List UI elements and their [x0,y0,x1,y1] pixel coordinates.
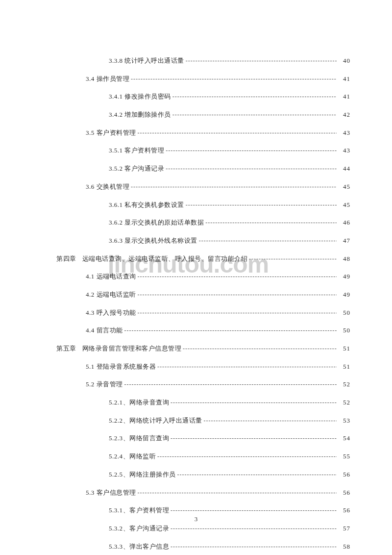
toc-page-number: 51 [337,362,350,371]
toc-page-number: 48 [337,254,350,263]
toc-label: 3.6 交换机管理 [86,182,129,191]
toc-entry: 5.2.2、网络统计呼入呼出通话量-----------------------… [56,416,350,425]
toc-page-number: 41 [337,75,350,83]
toc-page-number: 49 [337,272,350,281]
toc-leader: ----------------------------------------… [164,165,337,173]
toc-page-number: 56 [337,506,350,515]
toc-entry: 5.2.3、网络留言查询----------------------------… [56,434,350,443]
toc-leader: ----------------------------------------… [136,309,337,317]
toc-page-number: 57 [337,524,350,533]
toc-entry: 5.2 录音管理--------------------------------… [56,380,350,389]
toc-page-number: 44 [337,164,350,173]
toc-page-number: 51 [337,344,350,353]
toc-leader: ----------------------------------------… [123,380,337,389]
toc-entry: 5.1 登陆录音系统服务器---------------------------… [56,362,350,371]
toc-leader: ----------------------------------------… [136,489,337,497]
toc-page-number: 47 [337,236,350,245]
page-number: 3 [0,515,392,523]
toc-entry: 3.6.1 私有交换机参数设置-------------------------… [56,201,350,209]
toc-leader: ----------------------------------------… [164,147,337,155]
toc-page-number: 45 [337,182,350,191]
toc-label: 5.3.1、客户资料管理 [109,506,169,515]
toc-leader: ----------------------------------------… [129,183,337,191]
toc-leader: ----------------------------------------… [247,255,337,263]
toc-entry: 3.6.2 显示交换机的原始话单数据----------------------… [56,218,350,227]
toc-label: 3.5.2 客户沟通记录 [109,164,164,173]
toc-label: 4.3 呼入报号功能 [86,308,136,317]
toc-page-number: 45 [337,201,350,209]
toc-entry: 5.3.3、弹出客户信息----------------------------… [56,542,350,551]
toc-label: 4.2 远端电话监听 [86,290,136,299]
toc-entry: 5.3 客户信息管理------------------------------… [56,488,350,497]
toc-entry: 3.5.1 客户资料管理----------------------------… [56,146,350,155]
toc-page-number: 52 [337,380,350,389]
toc-leader: ----------------------------------------… [156,453,337,461]
toc-page: 3.3.8 统计呼入呼出通话量-------------------------… [0,0,392,551]
toc-label: 4.1 远端电话查询 [86,272,136,281]
toc-leader: ----------------------------------------… [184,57,337,65]
toc-label: 5.1 登陆录音系统服务器 [86,362,156,371]
toc-label: 3.6.3 显示交换机外线名称设置 [109,236,197,245]
toc-page-number: 53 [337,416,350,425]
toc-entry: 3.6 交换机管理-------------------------------… [56,182,350,191]
toc-leader: ----------------------------------------… [176,471,337,479]
toc-label: 5.2.2、网络统计呼入呼出通话量 [109,416,202,425]
toc-entry: 3.3.8 统计呼入呼出通话量-------------------------… [56,56,350,65]
toc-entry: 4.4 留言功能--------------------------------… [56,326,350,335]
toc-entry: 3.6.3 显示交换机外线名称设置-----------------------… [56,236,350,245]
toc-entry: 3.4 操作员管理-------------------------------… [56,75,350,83]
toc-leader: ----------------------------------------… [129,75,337,83]
toc-label: 4.4 留言功能 [86,326,123,335]
toc-label: 5.3.2、客户沟通记录 [109,524,169,533]
toc-leader: ----------------------------------------… [136,129,337,137]
toc-leader: ----------------------------------------… [169,434,337,443]
toc-page-number: 40 [337,56,350,65]
toc-entry: 4.1 远端电话查询------------------------------… [56,272,350,281]
toc-label: 5.2.5、网络注册操作员 [109,470,176,479]
toc-label: 5.3 客户信息管理 [86,488,136,497]
toc-page-number: 49 [337,290,350,299]
toc-page-number: 56 [337,470,350,479]
toc-label: 第五章网络录音留言管理和客户信息管理 [56,344,181,353]
toc-page-number: 50 [337,308,350,317]
toc-label: 3.4.2 增加删除操作员 [109,110,171,119]
toc-page-number: 42 [337,110,350,119]
toc-label: 3.6.1 私有交换机参数设置 [109,201,184,209]
toc-page-number: 46 [337,218,350,227]
toc-leader: ----------------------------------------… [204,219,337,227]
toc-label: 5.2.3、网络留言查询 [109,434,169,443]
toc-entry: 3.5.2 客户沟通记录----------------------------… [56,164,350,173]
toc-label: 5.2.1、网络录音查询 [109,398,169,407]
toc-entry: 5.2.4、网络监听------------------------------… [56,452,350,461]
toc-leader: ----------------------------------------… [171,111,337,119]
toc-entry: 第四章远端电话查询、远端电话监听、呼入报号、留言功能介绍------------… [56,254,350,263]
toc-label: 3.3.8 统计呼入呼出通话量 [109,56,184,65]
toc-page-number: 43 [337,128,350,137]
toc-entry: 第五章网络录音留言管理和客户信息管理----------------------… [56,344,350,353]
toc-leader: ----------------------------------------… [169,525,337,533]
toc-label: 3.5 客户资料管理 [86,128,136,137]
toc-page-number: 56 [337,488,350,497]
toc-entry: 3.4.1 修改操作员密码---------------------------… [56,92,350,101]
toc-entry: 4.3 呼入报号功能------------------------------… [56,308,350,317]
toc-leader: ----------------------------------------… [136,291,337,299]
toc-page-number: 54 [337,434,350,443]
toc-leader: ----------------------------------------… [202,417,337,425]
toc-chapter-prefix: 第五章 [56,344,76,353]
toc-leader: ----------------------------------------… [136,273,337,281]
toc-label: 第四章远端电话查询、远端电话监听、呼入报号、留言功能介绍 [56,254,247,263]
toc-page-number: 58 [337,542,350,551]
toc-leader: ----------------------------------------… [169,506,337,515]
toc-entry: 3.5 客户资料管理------------------------------… [56,128,350,137]
toc-chapter-prefix: 第四章 [56,254,76,263]
toc-entry: 3.4.2 增加删除操作员---------------------------… [56,110,350,119]
toc-label: 3.6.2 显示交换机的原始话单数据 [109,218,204,227]
toc-entry: 5.3.1、客户资料管理----------------------------… [56,506,350,515]
toc-entry: 5.2.5、网络注册操作员---------------------------… [56,470,350,479]
toc-label: 5.2.4、网络监听 [109,452,156,461]
toc-label: 5.2 录音管理 [86,380,123,389]
toc-leader: ----------------------------------------… [169,543,337,551]
toc-page-number: 41 [337,92,350,101]
toc-label: 3.4.1 修改操作员密码 [109,92,171,101]
toc-label: 3.5.1 客户资料管理 [109,146,164,155]
